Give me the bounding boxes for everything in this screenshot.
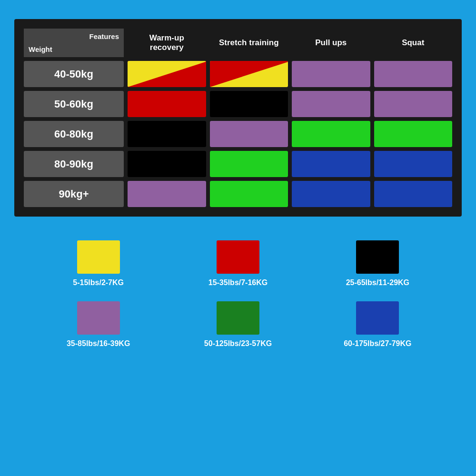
cell-2-3 bbox=[374, 121, 453, 147]
legend-item-5: 60-175lbs/27-79KG bbox=[313, 301, 443, 348]
legend-item-0: 5-15lbs/2-7KG bbox=[33, 240, 163, 287]
main-table-container: Features Weight Warm-up recovery Stretch… bbox=[14, 19, 462, 217]
legend-swatch-3 bbox=[77, 301, 120, 335]
legend-item-4: 50-125lbs/23-57KG bbox=[173, 301, 303, 348]
cell-2-2 bbox=[292, 121, 370, 147]
legend-section: 5-15lbs/2-7KG15-35lbs/7-16KG25-65lbs/11-… bbox=[14, 226, 462, 362]
cell-1-0 bbox=[128, 91, 206, 117]
legend-item-1: 15-35lbs/7-16KG bbox=[173, 240, 303, 287]
row-label-2: 60-80kg bbox=[24, 121, 124, 147]
row-label-0: 40-50kg bbox=[24, 61, 124, 87]
legend-label-5: 60-175lbs/27-79KG bbox=[344, 339, 411, 348]
legend-label-1: 15-35lbs/7-16KG bbox=[208, 278, 268, 287]
cell-0-1 bbox=[210, 61, 288, 87]
legend-swatch-5 bbox=[356, 301, 399, 335]
col-header-2: Pull ups bbox=[292, 29, 370, 57]
row-label-4: 90kg+ bbox=[24, 181, 124, 207]
cell-3-3 bbox=[374, 151, 453, 177]
legend-label-3: 35-85lbs/16-39KG bbox=[67, 339, 130, 348]
legend-label-0: 5-15lbs/2-7KG bbox=[73, 278, 124, 287]
cell-4-1 bbox=[210, 181, 288, 207]
row-label-1: 50-60kg bbox=[24, 91, 124, 117]
cell-1-1 bbox=[210, 91, 288, 117]
legend-swatch-2 bbox=[356, 240, 399, 274]
cell-0-3 bbox=[374, 61, 453, 87]
col-header-0: Warm-up recovery bbox=[128, 29, 206, 57]
col-header-1: Stretch training bbox=[210, 29, 288, 57]
cell-1-3 bbox=[374, 91, 453, 117]
legend-item-2: 25-65lbs/11-29KG bbox=[313, 240, 443, 287]
cell-1-2 bbox=[292, 91, 370, 117]
cell-3-0 bbox=[128, 151, 206, 177]
legend-label-2: 25-65lbs/11-29KG bbox=[346, 278, 409, 287]
legend-item-3: 35-85lbs/16-39KG bbox=[33, 301, 163, 348]
cell-4-3 bbox=[374, 181, 453, 207]
corner-cell: Features Weight bbox=[24, 29, 124, 57]
cell-3-1 bbox=[210, 151, 288, 177]
corner-weight-label: Weight bbox=[29, 45, 52, 53]
row-label-3: 80-90kg bbox=[24, 151, 124, 177]
cell-3-2 bbox=[292, 151, 370, 177]
col-header-3: Squat bbox=[374, 29, 453, 57]
cell-0-0 bbox=[128, 61, 206, 87]
legend-swatch-4 bbox=[217, 301, 259, 335]
cell-2-1 bbox=[210, 121, 288, 147]
legend-label-4: 50-125lbs/23-57KG bbox=[204, 339, 272, 348]
corner-features-label: Features bbox=[89, 32, 119, 40]
legend-swatch-0 bbox=[77, 240, 120, 274]
cell-4-2 bbox=[292, 181, 370, 207]
cell-0-2 bbox=[292, 61, 370, 87]
cell-4-0 bbox=[128, 181, 206, 207]
data-grid: Features Weight Warm-up recovery Stretch… bbox=[24, 29, 452, 207]
legend-swatch-1 bbox=[217, 240, 259, 274]
cell-2-0 bbox=[128, 121, 206, 147]
